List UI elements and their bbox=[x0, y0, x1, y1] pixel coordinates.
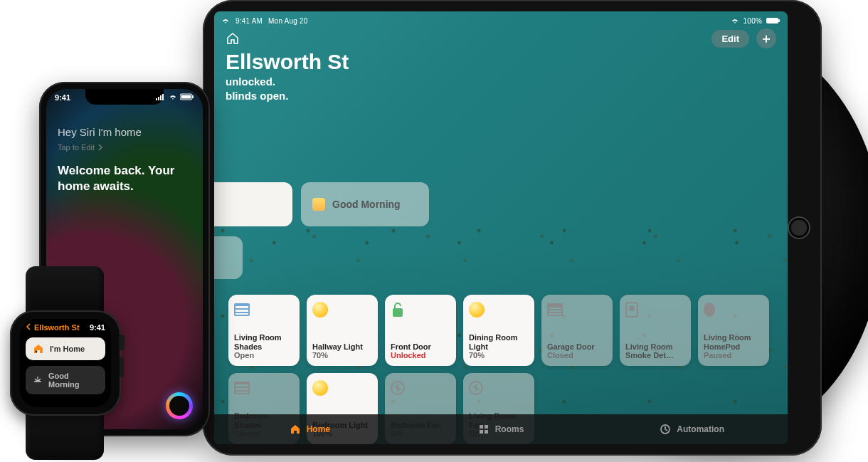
arrive-home-icon bbox=[33, 343, 44, 355]
fan-icon bbox=[391, 381, 405, 395]
fan-icon bbox=[469, 381, 483, 395]
homepod-icon bbox=[704, 303, 715, 317]
garage-icon bbox=[547, 303, 563, 316]
ipad-top-bar: Edit ＋ bbox=[226, 28, 776, 48]
tab-home[interactable]: Home bbox=[214, 424, 406, 435]
signal-icon bbox=[156, 93, 166, 102]
watch-side-button[interactable] bbox=[120, 357, 124, 377]
svg-rect-6 bbox=[485, 430, 488, 434]
accessory-state: Paused bbox=[704, 351, 763, 360]
wifi-icon bbox=[221, 17, 230, 24]
scene-row: Good Morning bbox=[214, 182, 429, 226]
siri-orb-icon[interactable] bbox=[166, 392, 193, 419]
shades-icon bbox=[234, 382, 250, 394]
rooms-icon bbox=[478, 424, 489, 435]
plus-icon: ＋ bbox=[760, 30, 773, 47]
accessory-tile[interactable]: Hallway Light70% bbox=[307, 295, 378, 366]
home-status-line-2: blinds open. bbox=[226, 90, 288, 102]
scene-good-morning[interactable]: Good Morning bbox=[301, 182, 429, 226]
automation-icon bbox=[660, 424, 671, 435]
shades-icon bbox=[234, 303, 250, 316]
accessory-tile[interactable]: Living Room ShadesOpen bbox=[228, 295, 300, 366]
ipad-home-button[interactable] bbox=[788, 216, 810, 239]
tab-automation[interactable]: Automation bbox=[596, 424, 788, 435]
chevron-right-icon bbox=[97, 143, 103, 152]
siri-response: Welcome back. Your home awaits. bbox=[58, 163, 186, 194]
home-title: Ellsworth St bbox=[226, 50, 349, 74]
back-chevron-icon[interactable] bbox=[26, 323, 31, 332]
siri-tap-to-edit[interactable]: Tap to Edit bbox=[58, 143, 103, 152]
accessory-name: Front Door bbox=[391, 342, 450, 352]
svg-rect-0 bbox=[766, 18, 778, 23]
lock-open-icon bbox=[391, 301, 405, 318]
lightbulb-icon bbox=[312, 380, 328, 396]
tab-label: Automation bbox=[677, 424, 724, 434]
watch-band bbox=[26, 266, 104, 316]
accessory-state: 70% bbox=[312, 351, 372, 360]
ipad-status-bar: 9:41 AM Mon Aug 20 100% bbox=[214, 14, 788, 27]
watch-title: Ellsworth St bbox=[34, 323, 87, 332]
sunrise-icon bbox=[33, 374, 43, 386]
home-icon bbox=[290, 424, 301, 435]
accessory-tile[interactable]: Dining Room Light70% bbox=[463, 295, 534, 366]
svg-rect-14 bbox=[192, 95, 194, 98]
watch-scene-label: Good Morning bbox=[48, 372, 98, 389]
status-time: 9:41 AM bbox=[235, 17, 263, 25]
watch-time: 9:41 bbox=[90, 323, 105, 332]
apple-watch-device: Ellsworth St 9:41 I'm Home Good Morning bbox=[10, 310, 121, 416]
watch-screen: Ellsworth St 9:41 I'm Home Good Morning bbox=[20, 319, 111, 407]
accessory-tile[interactable]: Garage DoorClosed bbox=[541, 295, 613, 366]
home-icon[interactable] bbox=[226, 31, 240, 46]
svg-rect-8 bbox=[156, 98, 157, 100]
watch-scene-im-home[interactable]: I'm Home bbox=[26, 337, 105, 360]
accessory-name: Living Room Smoke Det… bbox=[625, 342, 685, 360]
watch-digital-crown[interactable] bbox=[119, 335, 125, 350]
accessory-tile[interactable]: Living Room HomePodPaused bbox=[698, 295, 769, 366]
add-button[interactable]: ＋ bbox=[756, 28, 776, 48]
svg-rect-5 bbox=[480, 430, 483, 434]
wifi-icon bbox=[731, 17, 739, 24]
scene-card-partial[interactable] bbox=[214, 236, 243, 279]
accessory-state: 70% bbox=[469, 351, 529, 360]
svg-rect-3 bbox=[480, 425, 483, 429]
ipad-tab-bar: Home Rooms Automation bbox=[214, 414, 788, 444]
ipad-device: 9:41 AM Mon Aug 20 100% Edit bbox=[203, 0, 822, 456]
wifi-icon bbox=[169, 93, 177, 102]
tab-label: Home bbox=[307, 424, 330, 434]
svg-rect-1 bbox=[778, 19, 780, 22]
accessory-name: Living Room HomePod bbox=[704, 333, 763, 351]
status-time: 9:41 bbox=[55, 93, 70, 102]
edit-button[interactable]: Edit bbox=[711, 30, 749, 48]
watch-band bbox=[26, 409, 104, 460]
siri-query: Hey Siri I'm home bbox=[58, 126, 142, 138]
edit-button-label: Edit bbox=[721, 33, 739, 44]
status-battery-pct: 100% bbox=[743, 17, 762, 25]
sunrise-icon bbox=[312, 198, 325, 211]
scene-label: Good Morning bbox=[332, 199, 401, 210]
accessory-state: Closed bbox=[547, 351, 607, 360]
accessory-tile[interactable]: Living Room Smoke Det… bbox=[620, 295, 691, 366]
watch-scene-good-morning[interactable]: Good Morning bbox=[26, 366, 105, 394]
battery-icon bbox=[766, 17, 780, 24]
accessory-name: Living Room Shades bbox=[234, 333, 294, 351]
status-date: Mon Aug 20 bbox=[268, 17, 307, 25]
svg-rect-13 bbox=[181, 95, 191, 99]
scene-card[interactable] bbox=[214, 182, 292, 226]
lightbulb-icon bbox=[312, 302, 328, 317]
smoke-detector-icon bbox=[625, 302, 638, 317]
battery-icon bbox=[180, 93, 194, 102]
home-status-line-1: unlocked. bbox=[226, 75, 275, 88]
svg-rect-2 bbox=[393, 308, 403, 317]
watch-title-bar: Ellsworth St 9:41 bbox=[26, 323, 105, 332]
svg-point-15 bbox=[36, 351, 38, 353]
watch-scene-label: I'm Home bbox=[50, 345, 85, 353]
tab-rooms[interactable]: Rooms bbox=[406, 424, 597, 435]
svg-rect-11 bbox=[162, 94, 164, 100]
accessory-name: Hallway Light bbox=[312, 342, 372, 352]
accessory-name: Garage Door bbox=[547, 342, 607, 352]
accessory-tile[interactable]: Front DoorUnlocked bbox=[385, 295, 456, 366]
svg-rect-10 bbox=[160, 95, 162, 100]
ipad-screen: 9:41 AM Mon Aug 20 100% Edit bbox=[214, 11, 788, 444]
lightbulb-icon bbox=[469, 302, 485, 317]
accessory-name: Dining Room Light bbox=[469, 333, 529, 351]
